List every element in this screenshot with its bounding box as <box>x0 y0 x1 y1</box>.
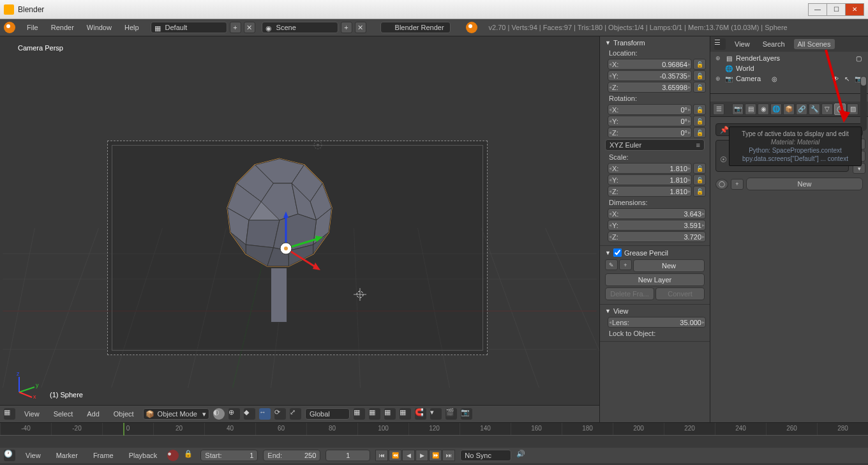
lock-scale-x[interactable]: 🔓 <box>693 163 706 174</box>
menu-file[interactable]: File <box>22 22 43 33</box>
play-button[interactable]: ▶ <box>415 450 428 461</box>
location-y-field[interactable]: Y:-0.35735 <box>608 70 692 81</box>
tl-menu-marker[interactable]: Marker <box>51 450 83 461</box>
tl-menu-playback[interactable]: Playback <box>124 450 163 461</box>
blender-logo-icon[interactable] <box>4 22 15 33</box>
manipulator-translate[interactable]: ↔ <box>259 408 271 420</box>
tab-render[interactable]: 📷 <box>732 103 744 115</box>
vp-menu-view[interactable]: View <box>19 408 45 420</box>
orientation-selector[interactable]: Global <box>305 408 350 420</box>
transform-panel-header[interactable]: ▼Transform <box>602 38 707 48</box>
3d-viewport[interactable]: Camera Persp <box>0 36 599 405</box>
layers-button-1[interactable]: ▦ <box>354 408 365 420</box>
grease-panel-header[interactable]: ▼Grease Pencil <box>602 247 707 258</box>
timeline-cursor[interactable] <box>123 423 124 436</box>
vp-menu-select[interactable]: Select <box>49 408 79 420</box>
grease-convert-button[interactable]: Convert <box>655 287 705 300</box>
material-add-button[interactable]: + <box>731 179 744 190</box>
snap-target[interactable]: ▾ <box>430 408 442 420</box>
grease-new-layer-button[interactable]: New Layer <box>605 273 705 286</box>
timeline-editor-selector[interactable]: 🕐 <box>4 450 15 461</box>
tab-render-layers[interactable]: ▤ <box>745 103 756 115</box>
remove-layout-button[interactable]: ✕ <box>244 22 255 33</box>
layers-button-4[interactable]: ▦ <box>400 408 411 420</box>
next-keyframe-button[interactable]: ⏩ <box>429 450 442 461</box>
lock-scale-y[interactable]: 🔓 <box>693 174 706 185</box>
play-reverse-button[interactable]: ◀ <box>402 450 415 461</box>
sync-mode-selector[interactable]: No Sync <box>460 450 511 461</box>
tl-menu-frame[interactable]: Frame <box>88 450 119 461</box>
render-anim-button[interactable]: 📷 <box>461 408 472 420</box>
pin-icon[interactable]: 📌 <box>720 126 729 134</box>
start-frame-field[interactable]: Start:1 <box>200 450 258 461</box>
rotation-y-field[interactable]: Y:0° <box>608 116 692 126</box>
lock-loc-z[interactable]: 🔓 <box>693 82 706 93</box>
scale-y-field[interactable]: Y:1.810 <box>608 174 692 185</box>
remove-scene-button[interactable]: ✕ <box>355 22 366 33</box>
tl-menu-view[interactable]: View <box>20 450 46 461</box>
close-button[interactable]: ✕ <box>845 3 864 16</box>
prev-keyframe-button[interactable]: ⏪ <box>389 450 401 461</box>
menu-help[interactable]: Help <box>119 22 144 33</box>
manipulator-toggle[interactable]: ◆ <box>244 408 255 420</box>
location-z-field[interactable]: Z:3.65998 <box>608 82 692 93</box>
grease-new-button[interactable]: New <box>633 259 705 272</box>
jump-start-button[interactable]: ⏮ <box>375 450 388 461</box>
rotation-z-field[interactable]: Z:0° <box>608 127 692 138</box>
speaker-icon[interactable]: 🔊 <box>516 450 528 461</box>
scene-selector[interactable]: ◉ Scene <box>262 22 338 33</box>
material-browse[interactable]: ◯ <box>715 179 728 190</box>
timeline-ruler[interactable]: -40 -20 0 20 40 60 80 100 120 140 160 18… <box>0 423 868 436</box>
layers-button-2[interactable]: ▦ <box>369 408 380 420</box>
vp-menu-add[interactable]: Add <box>82 408 105 420</box>
render-include-icon[interactable]: ▢ <box>854 54 863 63</box>
grease-checkbox[interactable] <box>613 248 622 257</box>
scale-z-field[interactable]: Z:1.810 <box>608 186 692 197</box>
grease-pencil-icon[interactable]: ✎ <box>605 259 618 270</box>
rotation-x-field[interactable]: X:0° <box>608 104 692 115</box>
minimize-button[interactable]: — <box>808 3 827 16</box>
menu-render[interactable]: Render <box>46 22 79 33</box>
add-scene-button[interactable]: + <box>341 22 352 33</box>
view-panel-header[interactable]: ▼View <box>602 306 707 316</box>
grease-delete-frame-button[interactable]: Delete Fra... <box>605 287 654 300</box>
material-new-button[interactable]: New <box>746 178 863 190</box>
menu-window[interactable]: Window <box>82 22 117 33</box>
outliner-editor-selector[interactable]: ☰ <box>714 38 726 50</box>
add-layout-button[interactable]: + <box>230 22 241 33</box>
tab-scene[interactable]: ◉ <box>758 103 769 115</box>
layers-button-3[interactable]: ▦ <box>384 408 396 420</box>
tab-constraints[interactable]: 🔗 <box>796 103 807 115</box>
snap-toggle[interactable]: 🧲 <box>415 408 426 420</box>
tab-world[interactable]: 🌐 <box>770 103 782 115</box>
maximize-button[interactable]: ☐ <box>827 3 846 16</box>
end-frame-field[interactable]: End:250 <box>263 450 320 461</box>
shading-selector[interactable]: ◐ <box>213 408 225 420</box>
rotation-mode-selector[interactable]: XYZ Euler <box>605 139 705 151</box>
manipulator-scale[interactable]: ⤢ <box>290 408 301 420</box>
properties-editor-selector[interactable]: ☰ <box>713 103 724 115</box>
dim-z-field[interactable]: Z:3.720 <box>608 231 706 242</box>
transform-gizmo[interactable] <box>273 210 343 280</box>
lock-rot-x[interactable]: 🔓 <box>693 104 706 115</box>
dim-x-field[interactable]: X:3.643 <box>608 208 706 219</box>
render-preview-button[interactable]: 🎬 <box>445 408 457 420</box>
lock-scale-z[interactable]: 🔓 <box>693 186 706 197</box>
grease-add-button[interactable]: + <box>619 259 632 270</box>
keyframe-lock[interactable]: 🔒 <box>184 450 195 461</box>
render-engine-selector[interactable]: Blender Render <box>380 22 451 33</box>
mode-selector[interactable]: 📦 Object Mode <box>143 408 209 420</box>
screen-layout-selector[interactable]: ▦ Default <box>151 22 227 33</box>
lens-field[interactable]: Lens:35.000 <box>608 317 706 328</box>
lock-rot-y[interactable]: 🔓 <box>693 116 706 126</box>
lock-loc-y[interactable]: 🔓 <box>693 70 706 81</box>
pivot-selector[interactable]: ⊕ <box>228 408 240 420</box>
lock-loc-x[interactable]: 🔓 <box>693 59 706 70</box>
auto-keyframe-toggle[interactable]: ● <box>167 450 179 461</box>
scale-x-field[interactable]: X:1.810 <box>608 163 692 174</box>
lock-rot-z[interactable]: 🔓 <box>693 127 706 138</box>
manipulator-rotate[interactable]: ⟳ <box>274 408 286 420</box>
dim-y-field[interactable]: Y:3.591 <box>608 220 706 231</box>
outliner-scrollbar[interactable] <box>860 76 867 131</box>
current-frame-field[interactable]: 1 <box>326 450 370 461</box>
